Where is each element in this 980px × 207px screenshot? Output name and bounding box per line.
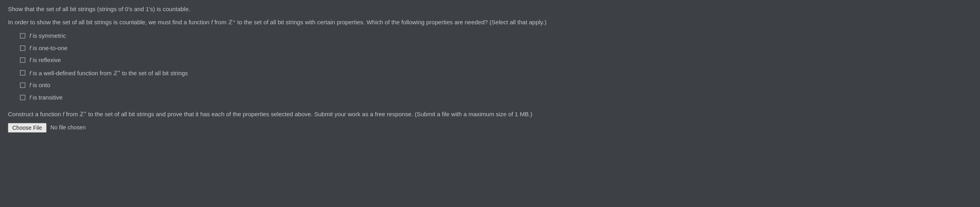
option-3: f is reflexive <box>20 56 972 65</box>
checkbox-6[interactable] <box>20 95 25 100</box>
intro-text: Show that the set of all bit strings (st… <box>8 5 972 14</box>
option-4: f is a well-defined function from ℤ+ to … <box>20 68 972 78</box>
option-5-text: is onto <box>31 82 50 88</box>
construct-text: Construct a function f from ℤ+ to the se… <box>8 109 972 119</box>
construct-text-before: Construct a function <box>8 111 63 117</box>
option-5: f is onto <box>20 81 972 90</box>
question-z-plus: ℤ⁺ <box>228 19 236 25</box>
option-2-text: is one-to-one <box>31 45 68 51</box>
option-label-6[interactable]: f is transitive <box>29 93 62 102</box>
option-4-text-before: is a well-defined function from <box>31 70 113 76</box>
option-6: f is transitive <box>20 93 972 102</box>
construct-zplus: ℤ+ <box>80 111 87 117</box>
construct-text-after: to the set of all bit strings and prove … <box>87 111 532 117</box>
file-upload-row: Choose File No file chosen <box>8 123 972 133</box>
option-3-text: is reflexive <box>31 57 61 63</box>
checkbox-3[interactable] <box>20 57 25 63</box>
choose-file-button[interactable]: Choose File <box>8 123 47 133</box>
option-2: f is one-to-one <box>20 44 972 53</box>
checkbox-1[interactable] <box>20 33 25 39</box>
no-file-chosen-text: No file chosen <box>50 123 86 132</box>
checkbox-5[interactable] <box>20 82 25 88</box>
option-label-4[interactable]: f is a well-defined function from ℤ+ to … <box>29 68 188 78</box>
option-1-text: is symmetric <box>31 32 66 39</box>
option-label-2[interactable]: f is one-to-one <box>29 44 68 53</box>
option-4-zplus: ℤ+ <box>113 70 120 76</box>
option-1: f is symmetric <box>20 31 972 41</box>
checkbox-4[interactable] <box>20 70 25 76</box>
options-list: f is symmetric f is one-to-one f is refl… <box>20 31 972 102</box>
question-text-before: In order to show the set of all bit stri… <box>8 19 211 25</box>
option-label-5[interactable]: f is onto <box>29 81 50 90</box>
option-4-text-after: to the set of all bit strings <box>120 70 188 76</box>
question-text: In order to show the set of all bit stri… <box>8 18 972 27</box>
question-text-from: from <box>213 19 228 25</box>
construct-text-from: from <box>64 111 80 117</box>
checkbox-2[interactable] <box>20 45 25 51</box>
option-6-text: is transitive <box>31 94 62 101</box>
option-label-1[interactable]: f is symmetric <box>29 31 66 41</box>
question-text-after: to the set of all bit strings with certa… <box>236 19 547 25</box>
option-label-3[interactable]: f is reflexive <box>29 56 61 65</box>
